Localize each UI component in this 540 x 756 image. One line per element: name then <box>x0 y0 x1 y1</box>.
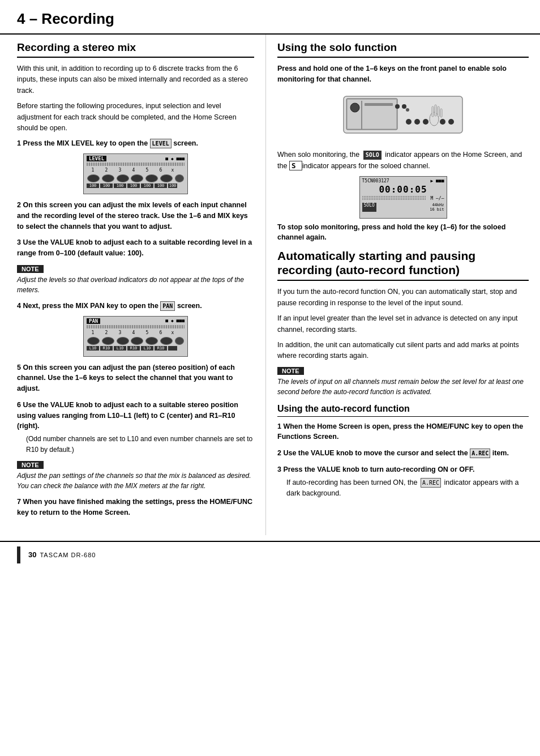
solo-intro-bold: Press and hold one of the 1–6 keys on th… <box>277 63 529 85</box>
svg-rect-18 <box>438 106 439 117</box>
step-6-note: (Odd number channels are set to L10 and … <box>26 434 254 455</box>
page-title: 4 – Recording <box>17 10 523 28</box>
s-indicator: S <box>289 161 302 170</box>
solo-desc-1: When solo monitoring, the <box>277 151 359 159</box>
page-footer: 30 TASCAM DR-680 <box>0 541 540 568</box>
section-title-stereo-mix: Recording a stereo mix <box>17 41 254 58</box>
values-row: 100 100 100 100 100 100 100 <box>87 183 185 188</box>
step-7: 7 When you have finished making the sett… <box>17 497 254 518</box>
note-text-2: Adjust the pan settings of the channels … <box>17 471 254 491</box>
svg-rect-19 <box>440 109 442 117</box>
svg-point-11 <box>423 119 428 125</box>
svg-point-10 <box>414 119 420 125</box>
step-6: 6 Use the VALUE knob to adjust each to a… <box>17 400 254 455</box>
arec-label: A.REC <box>470 449 490 458</box>
auto-step-1-label: 1 When the Home Screen is open, press th… <box>277 421 529 443</box>
intro-para-1: With this unit, in addition to recording… <box>17 63 254 96</box>
home-bit: 16 bit <box>430 207 444 212</box>
left-column: Recording a stereo mix With this unit, i… <box>0 35 266 535</box>
level-meter-bar <box>87 163 185 166</box>
auto-step-3-label: 3 Press the VALUE knob to turn auto-reco… <box>277 464 529 475</box>
note-box-2: NOTE Adjust the pan settings of the chan… <box>17 460 254 491</box>
step-5: 5 On this screen you can adjust the pan … <box>17 362 254 394</box>
pan-values-row: L10 R10 L10 R10 L10 R10 <box>87 346 185 351</box>
home-solo-label: SOLO <box>362 203 376 212</box>
svg-point-9 <box>406 119 412 125</box>
svg-point-7 <box>402 104 406 109</box>
pan-meter-bar <box>87 325 185 328</box>
home-screen-mini: T5CN003127 ▶ ■■■ 00:00:05 M —/— SOLO 44k… <box>359 176 447 219</box>
step-3-label: 3 Use the VALUE knob to adjust each to a… <box>17 237 254 259</box>
level-title: LEVEL <box>87 156 106 161</box>
note-text-3: The levels of input on all channels must… <box>277 377 529 397</box>
step-5-label: 5 On this screen you can adjust the pan … <box>17 362 254 394</box>
auto-step-1: 1 When the Home Screen is open, press th… <box>277 421 529 443</box>
solo-desc-3: indicator appears for the soloed channel… <box>302 162 430 170</box>
auto-para-1: If you turn the auto-record function ON,… <box>277 287 529 309</box>
device-image-container <box>277 91 529 143</box>
svg-rect-17 <box>435 105 436 116</box>
home-track-id: T5CN003127 <box>362 178 389 183</box>
solo-stop-text: To stop solo monitoring, press and hold … <box>277 222 529 244</box>
section-title-solo: Using the solo function <box>277 41 529 58</box>
solo-indicator: SOLO <box>363 151 382 160</box>
note-box-3: NOTE The levels of input on all channels… <box>277 366 529 397</box>
step-1: 1 Press the MIX LEVEL key to open the LE… <box>17 138 254 194</box>
section-title-auto-record: Automatically starting and pausing recor… <box>277 249 529 281</box>
home-time: 00:00:05 <box>362 184 444 195</box>
home-freq: 44kHz <box>430 203 444 207</box>
device-svg <box>341 91 465 142</box>
step-6-label: 6 Use the VALUE knob to adjust each to a… <box>17 400 254 432</box>
svg-rect-4 <box>361 101 362 129</box>
brand-name: TASCAM DR-680 <box>40 552 96 558</box>
step-7-label: 7 When you have finished making the sett… <box>17 497 254 518</box>
step-3: 3 Use the VALUE knob to adjust each to a… <box>17 237 254 259</box>
footer-accent-bar <box>17 546 20 563</box>
arec-inline-label: A.REC <box>421 478 441 488</box>
pan-channel-labels: 1 2 3 4 5 6 x <box>87 330 185 335</box>
main-content: Recording a stereo mix With this unit, i… <box>0 35 540 535</box>
svg-rect-5 <box>365 103 393 106</box>
auto-step-3-note: If auto-recording has been turned ON, th… <box>286 477 529 499</box>
step-2-label: 2 On this screen you can adjust the mix … <box>17 200 254 232</box>
svg-point-14 <box>448 119 454 125</box>
svg-point-3 <box>350 103 359 112</box>
auto-step-2: 2 Use the VALUE knob to move the cursor … <box>277 448 529 459</box>
note-label-3: NOTE <box>277 367 304 375</box>
level-screen-label: LEVEL <box>150 139 172 148</box>
svg-point-8 <box>406 108 409 112</box>
step-1-label: 1 Press the MIX LEVEL key to open the LE… <box>17 138 254 149</box>
note-box-1: NOTE Adjust the levels so that overload … <box>17 264 254 295</box>
note-text-1: Adjust the levels so that overload indic… <box>17 275 254 295</box>
step-4: 4 Next, press the MIX PAN key to open th… <box>17 301 254 357</box>
note-label-2: NOTE <box>17 461 44 469</box>
note-label-1: NOTE <box>17 265 44 273</box>
pan-screen-image: PAN ■ ◆ ■■■ 1 2 3 4 5 6 x <box>83 316 188 357</box>
svg-point-6 <box>395 104 400 109</box>
channel-labels: 1 2 3 4 5 6 x <box>87 168 185 173</box>
step-4-label: 4 Next, press the MIX PAN key to open th… <box>17 301 254 311</box>
level-screen-image: LEVEL ■ ◆ ■■■ 1 2 3 4 5 6 x <box>83 153 188 194</box>
auto-step-2-label: 2 Use the VALUE knob to move the cursor … <box>277 448 529 459</box>
auto-step-3: 3 Press the VALUE knob to turn auto-reco… <box>277 464 529 499</box>
pan-screen-label: PAN <box>160 301 175 311</box>
auto-para-2: If an input level greater than the level… <box>277 313 529 335</box>
right-column: Using the solo function Press and hold o… <box>266 35 540 535</box>
intro-para-2: Before starting the following procedures… <box>17 101 254 134</box>
subsection-title-auto: Using the auto-record function <box>277 404 529 417</box>
pan-knobs-row <box>87 337 185 345</box>
page-number: 30 <box>28 550 36 559</box>
knobs-row <box>87 174 185 182</box>
svg-rect-16 <box>432 106 434 117</box>
svg-point-15 <box>430 112 439 126</box>
pan-title: PAN <box>87 318 100 324</box>
auto-para-3: In addition, the unit can automatically … <box>277 340 529 362</box>
solo-desc: When solo monitoring, the SOLO indicator… <box>277 149 529 172</box>
step-2: 2 On this screen you can adjust the mix … <box>17 200 254 232</box>
page-header: 4 – Recording <box>0 0 540 35</box>
svg-point-13 <box>440 119 445 125</box>
